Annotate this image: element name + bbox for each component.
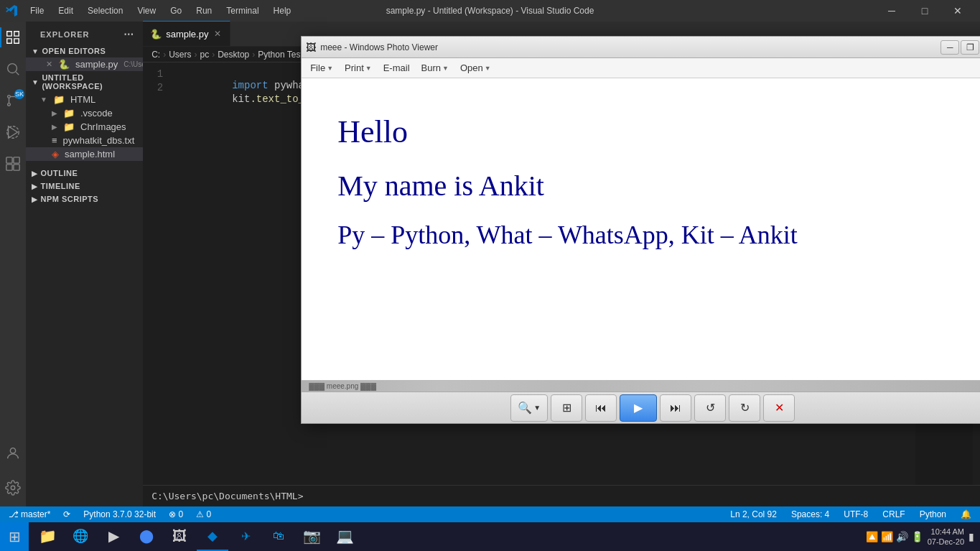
feedback-status[interactable]: 🔔 — [958, 509, 974, 519]
breadcrumb-c[interactable]: C: — [151, 50, 160, 60]
language-status[interactable]: Python — [917, 509, 949, 519]
timeline-section[interactable]: ▶ TIMELINE — [26, 180, 143, 193]
volume-icon[interactable]: 🔊 — [896, 531, 908, 542]
outline-chevron: ▶ — [32, 170, 38, 177]
folder-chrimages-chevron: ▶ — [52, 123, 57, 131]
menu-bar: File Edit Selection View Go Run Terminal… — [23, 3, 298, 19]
menu-terminal[interactable]: Terminal — [219, 3, 266, 19]
open-editor-sample-py[interactable]: ✕ 🐍 sample.py C:\User... — [26, 57, 143, 71]
file-sample-html[interactable]: ◈ sample.html — [26, 147, 143, 161]
settings-activity-icon[interactable] — [0, 475, 26, 501]
pv-menu-burn[interactable]: Burn ▼ — [416, 60, 454, 75]
close-button[interactable]: ✕ — [941, 0, 974, 22]
folder-chrimages[interactable]: ▶ 📁 ChrImages — [26, 120, 143, 134]
breadcrumb-users[interactable]: Users — [169, 50, 191, 60]
pv-menu-print[interactable]: Print ▼ — [339, 60, 378, 75]
pv-actual-size-button[interactable]: ⊞ — [551, 394, 582, 422]
pv-zoom-button[interactable]: 🔍▼ — [510, 394, 548, 422]
extensions-activity-icon[interactable] — [0, 151, 26, 177]
title-bar: File Edit Selection View Go Run Terminal… — [0, 0, 980, 22]
open-editors-section[interactable]: ▼ OPEN EDITORS — [26, 45, 143, 57]
account-activity-icon[interactable] — [0, 440, 26, 466]
pv-filmstrip: ▓▓▓ meee.png ▓▓▓ — [302, 381, 980, 392]
breadcrumb-desktop[interactable]: Desktop — [218, 50, 249, 60]
menu-run[interactable]: Run — [189, 3, 219, 19]
folder-vscode[interactable]: ▶ 📁 .vscode — [26, 106, 143, 120]
menu-selection[interactable]: Selection — [80, 3, 130, 19]
folder-html[interactable]: ▼ 📁 HTML — [26, 93, 143, 106]
menu-edit[interactable]: Edit — [51, 3, 80, 19]
tab-sample-py[interactable]: 🐍 sample.py ✕ — [143, 21, 230, 46]
activity-bar: SK — [0, 22, 26, 506]
git-branch-status[interactable]: ⎇ master* — [6, 509, 53, 519]
menu-help[interactable]: Help — [266, 3, 299, 19]
line-number-2: 2 — [143, 82, 172, 93]
warnings-status[interactable]: ⚠ 0 — [193, 509, 214, 519]
pv-menu-email[interactable]: E-mail — [378, 60, 416, 75]
network-icon[interactable]: 📶 — [881, 531, 893, 542]
cursor-position-status[interactable]: Ln 2, Col 92 — [727, 509, 780, 519]
photo2-taskbar-btn[interactable]: 📷 — [296, 522, 327, 551]
workspace-section[interactable]: ▼ UNTITLED (WORKSPACE) — [26, 71, 143, 93]
indentation-status[interactable]: Spaces: 4 — [788, 509, 832, 519]
photo-viewer-taskbar-btn[interactable]: 🖼 — [164, 522, 195, 551]
file-pywhatkit-dbs[interactable]: ≡ pywhatkit_dbs.txt — [26, 134, 143, 147]
pv-slideshow-button[interactable]: ▶ — [620, 394, 657, 422]
breadcrumb-pc[interactable]: pc — [200, 50, 210, 60]
pv-last-button[interactable]: ⏭ — [660, 394, 691, 422]
hw-line-2: My name is Ankit — [337, 163, 968, 209]
filmstrip-thumb-label: ▓▓▓ meee.png ▓▓▓ — [309, 382, 376, 390]
outline-section[interactable]: ▶ OUTLINE — [26, 167, 143, 180]
pv-menu-open[interactable]: Open ▼ — [454, 60, 497, 75]
sidebar-header-icons[interactable]: ⋯ — [123, 29, 134, 40]
folder-icon: 📁 — [53, 94, 65, 105]
menu-file[interactable]: File — [23, 3, 51, 19]
vscode-taskbar-btn[interactable]: ◆ — [197, 522, 228, 551]
media-taskbar-btn[interactable]: ▶ — [98, 522, 129, 551]
browser-icon: 🌐 — [73, 528, 88, 544]
pv-restore-button[interactable]: ❐ — [961, 40, 979, 55]
tab-close-button[interactable]: ✕ — [213, 27, 223, 40]
debug-activity-icon[interactable] — [0, 119, 26, 145]
open-editors-chevron: ▼ — [32, 47, 39, 55]
explorer-activity-icon[interactable] — [0, 24, 26, 50]
svg-rect-11 — [6, 165, 12, 170]
telegram-taskbar-btn[interactable]: ✈ — [230, 522, 261, 551]
sync-status[interactable]: ⟳ — [60, 509, 73, 519]
errors-status[interactable]: ⊗ 0 — [166, 509, 186, 519]
terminal-taskbar-btn[interactable]: 💻 — [329, 522, 360, 551]
tray-up-icon[interactable]: 🔼 — [866, 531, 878, 542]
npm-scripts-section[interactable]: ▶ NPM SCRIPTS — [26, 193, 143, 205]
window-title: sample.py - Untitled (Workspace) - Visua… — [386, 6, 594, 16]
minimize-button[interactable]: ─ — [875, 0, 908, 22]
pv-first-button[interactable]: ⏮ — [585, 394, 617, 422]
source-control-activity-icon[interactable]: SK — [0, 88, 26, 114]
show-desktop-icon[interactable]: ▮ — [969, 531, 974, 542]
tab-label: sample.py — [166, 29, 208, 40]
timeline-chevron: ▶ — [32, 182, 38, 190]
chrome-taskbar-btn[interactable]: ⬤ — [131, 522, 162, 551]
search-activity-icon[interactable] — [0, 56, 26, 82]
encoding-status[interactable]: UTF-8 — [841, 509, 871, 519]
menu-view[interactable]: View — [130, 3, 163, 19]
line-ending-status[interactable]: CRLF — [879, 509, 907, 519]
windows-store-icon: 🛍 — [273, 529, 284, 542]
pv-minimize-button[interactable]: ─ — [941, 40, 959, 55]
battery-icon[interactable]: 🔋 — [911, 531, 923, 542]
browser-taskbar-btn[interactable]: 🌐 — [65, 522, 96, 551]
python-env-status[interactable]: Python 3.7.0 32-bit — [80, 509, 159, 519]
menu-go[interactable]: Go — [163, 3, 189, 19]
close-editor-icon[interactable]: ✕ — [46, 60, 52, 69]
pv-delete-button[interactable]: ✕ — [763, 394, 795, 422]
pv-rotate-ccw-button[interactable]: ↺ — [694, 394, 726, 422]
start-button[interactable]: ⊞ — [0, 522, 29, 551]
maximize-button[interactable]: □ — [908, 0, 941, 22]
windows-store-taskbar-btn[interactable]: 🛍 — [263, 522, 294, 551]
file-explorer-taskbar-btn[interactable]: 📁 — [32, 522, 63, 551]
pv-menu-file[interactable]: File ▼ — [304, 60, 339, 75]
git-branch-label: master* — [21, 509, 50, 519]
pv-rotate-cw-button[interactable]: ↻ — [729, 394, 760, 422]
system-clock[interactable]: 10:44 AM 07-Dec-20 — [928, 527, 964, 547]
status-bar-right: Ln 2, Col 92 Spaces: 4 UTF-8 CRLF Python… — [727, 509, 974, 519]
pv-menu-open-arrow: ▼ — [485, 65, 491, 72]
